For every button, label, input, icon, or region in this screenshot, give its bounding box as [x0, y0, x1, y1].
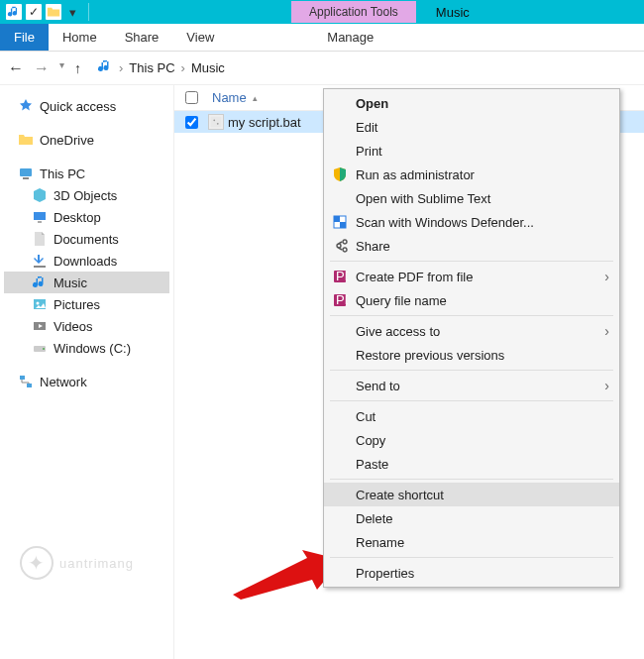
menu-paste[interactable]: Paste — [324, 452, 619, 476]
menu-run-admin[interactable]: Run as administrator — [324, 163, 619, 186]
menu-edit[interactable]: Edit — [324, 115, 619, 139]
nav-label: Videos — [54, 319, 93, 334]
file-list-pane[interactable]: Name▴ # Title Contributing my script.bat… — [173, 85, 644, 659]
context-menu: Open Edit Print Run as administrator Ope… — [323, 88, 620, 588]
content-area: Quick access OneDrive This PC 3D Objects… — [0, 85, 644, 659]
recent-dropdown-icon[interactable]: ▾ — [59, 59, 64, 77]
drive-icon — [32, 340, 48, 356]
nav-documents[interactable]: Documents — [4, 228, 169, 250]
context-tab-application-tools[interactable]: Application Tools — [291, 1, 416, 23]
nav-arrows: ← → ▾ — [8, 59, 64, 77]
menu-create-pdf[interactable]: PDF Create PDF from file › — [324, 265, 619, 288]
title-bar: ✓ ▾ Application Tools Music — [0, 0, 644, 24]
menu-cut[interactable]: Cut — [324, 404, 619, 428]
sort-asc-icon: ▴ — [253, 93, 258, 103]
svg-rect-17 — [340, 222, 346, 228]
svg-rect-11 — [27, 384, 32, 387]
menu-query-file[interactable]: PDF Query file name — [324, 288, 619, 312]
svg-rect-3 — [38, 221, 42, 223]
chevron-right-icon[interactable]: › — [119, 60, 123, 75]
menu-separator — [330, 370, 613, 371]
navigation-pane[interactable]: Quick access OneDrive This PC 3D Objects… — [0, 85, 173, 659]
forward-button: → — [34, 59, 50, 77]
row-checkbox[interactable] — [174, 116, 208, 129]
tab-manage[interactable]: Manage — [313, 24, 387, 51]
svg-point-14 — [217, 123, 219, 125]
svg-point-13 — [213, 119, 215, 121]
menu-open-sublime[interactable]: Open with Sublime Text — [324, 186, 619, 210]
svg-rect-4 — [34, 266, 46, 268]
up-button[interactable]: ↑ — [74, 60, 81, 76]
nav-label: Music — [54, 275, 87, 290]
menu-separator — [330, 261, 613, 262]
breadcrumb[interactable]: › This PC › Music — [97, 58, 225, 77]
nav-music[interactable]: Music — [4, 272, 169, 293]
nav-this-pc[interactable]: This PC — [4, 163, 169, 184]
computer-icon — [18, 165, 34, 181]
tab-home[interactable]: Home — [49, 24, 111, 51]
menu-separator — [330, 400, 613, 401]
menu-separator — [330, 315, 613, 316]
nav-3d-objects[interactable]: 3D Objects — [4, 184, 169, 206]
menu-give-access[interactable]: Give access to› — [324, 319, 619, 343]
chevron-right-icon: › — [604, 269, 609, 284]
nav-pictures[interactable]: Pictures — [4, 293, 169, 315]
chevron-right-icon[interactable]: › — [181, 60, 185, 75]
select-all-checkbox[interactable] — [174, 91, 208, 104]
menu-scan-defender[interactable]: Scan with Windows Defender... — [324, 210, 619, 234]
document-icon — [32, 231, 48, 247]
back-button[interactable]: ← — [8, 59, 24, 77]
chevron-right-icon: › — [604, 378, 609, 393]
nav-label: Pictures — [54, 297, 100, 312]
nav-quick-access[interactable]: Quick access — [4, 95, 169, 117]
properties-icon[interactable]: ✓ — [26, 4, 42, 20]
menu-restore-previous[interactable]: Restore previous versions — [324, 343, 619, 367]
nav-videos[interactable]: Videos — [4, 315, 169, 337]
svg-point-6 — [37, 302, 40, 305]
nav-label: 3D Objects — [54, 188, 117, 203]
breadcrumb-this-pc[interactable]: This PC — [129, 60, 174, 75]
share-icon — [332, 238, 348, 254]
pdf-icon: PDF — [332, 292, 348, 308]
folder-icon — [18, 132, 34, 148]
nav-label: Documents — [54, 232, 119, 247]
nav-windows-c[interactable]: Windows (C:) — [4, 337, 169, 359]
tab-view[interactable]: View — [172, 24, 228, 51]
svg-text:PDF: PDF — [336, 269, 348, 283]
new-folder-icon[interactable] — [46, 4, 61, 20]
nav-network[interactable]: Network — [4, 371, 169, 392]
menu-delete[interactable]: Delete — [324, 506, 619, 530]
svg-rect-16 — [334, 216, 340, 222]
nav-label: OneDrive — [40, 133, 94, 148]
ribbon-tabs: File Home Share View Manage — [0, 24, 644, 52]
svg-text:PDF: PDF — [336, 292, 348, 307]
menu-open[interactable]: Open — [324, 91, 619, 115]
star-icon — [18, 98, 34, 114]
bat-file-icon — [208, 114, 224, 130]
qat-dropdown-icon[interactable]: ▾ — [65, 5, 80, 20]
svg-rect-0 — [20, 168, 32, 176]
window-title: Music — [416, 5, 470, 20]
svg-rect-2 — [34, 212, 46, 220]
menu-rename[interactable]: Rename — [324, 530, 619, 554]
menu-properties[interactable]: Properties — [324, 561, 619, 585]
nav-label: Desktop — [54, 210, 101, 225]
tab-share[interactable]: Share — [111, 24, 173, 51]
music-icon[interactable] — [6, 4, 22, 20]
nav-downloads[interactable]: Downloads — [4, 250, 169, 272]
menu-send-to[interactable]: Send to› — [324, 374, 619, 397]
menu-create-shortcut[interactable]: Create shortcut — [324, 483, 619, 506]
tab-file[interactable]: File — [0, 24, 49, 51]
menu-print[interactable]: Print — [324, 139, 619, 163]
nav-label: Downloads — [54, 254, 117, 269]
menu-copy[interactable]: Copy — [324, 428, 619, 452]
nav-desktop[interactable]: Desktop — [4, 206, 169, 228]
breadcrumb-music[interactable]: Music — [191, 60, 225, 75]
svg-point-9 — [43, 348, 45, 350]
nav-label: Quick access — [40, 99, 116, 114]
nav-onedrive[interactable]: OneDrive — [4, 129, 169, 151]
separator — [88, 3, 89, 21]
menu-share[interactable]: Share — [324, 234, 619, 258]
nav-label: Network — [40, 375, 87, 389]
music-icon — [32, 275, 48, 290]
